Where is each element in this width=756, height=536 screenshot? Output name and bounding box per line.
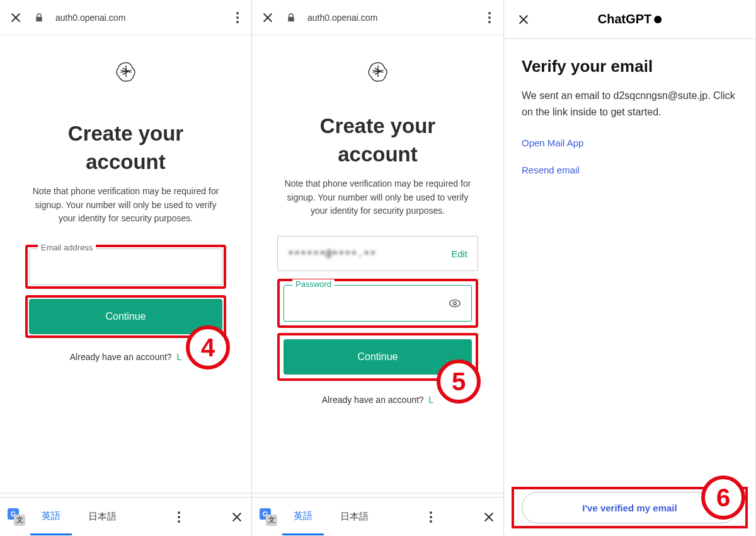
page-title: Create your account bbox=[277, 112, 478, 168]
panel-1-create-account-email: auth0.openai.com Create your account Not… bbox=[0, 0, 252, 536]
page-note: Note that phone verification may be requ… bbox=[277, 177, 478, 218]
login-link[interactable]: L bbox=[428, 395, 433, 405]
continue-button[interactable]: Continue bbox=[29, 299, 222, 334]
google-translate-icon: G文 bbox=[8, 508, 25, 526]
callout-password-highlight: Password bbox=[277, 279, 478, 328]
step-badge-5: 5 bbox=[437, 359, 481, 404]
email-masked-value: ••••••@••••.•• bbox=[288, 248, 376, 259]
browser-menu-button[interactable] bbox=[484, 8, 495, 27]
browser-address-bar: auth0.openai.com bbox=[0, 0, 251, 35]
translate-menu-button[interactable] bbox=[174, 508, 184, 527]
browser-address-bar: auth0.openai.com bbox=[252, 0, 503, 35]
show-password-icon[interactable] bbox=[448, 296, 462, 310]
step-badge-4: 4 bbox=[186, 325, 230, 370]
lang-tab-japanese[interactable]: 日本語 bbox=[77, 499, 128, 534]
brand-title: ChatGPT bbox=[598, 12, 662, 26]
lock-icon bbox=[286, 13, 296, 23]
password-label: Password bbox=[292, 279, 335, 289]
openai-logo bbox=[252, 61, 503, 82]
app-header: ChatGPT bbox=[504, 0, 755, 39]
page-content: Create your account Note that phone veri… bbox=[252, 82, 503, 405]
page-content: Verify your email We sent an email to d2… bbox=[504, 39, 755, 175]
svg-point-7 bbox=[454, 302, 457, 305]
page-title: Create your account bbox=[25, 120, 226, 176]
svg-point-6 bbox=[450, 300, 461, 307]
url-text: auth0.openai.com bbox=[55, 13, 221, 23]
lang-tab-japanese[interactable]: 日本語 bbox=[329, 499, 380, 534]
translate-bar: G文 英語 日本語 bbox=[0, 497, 251, 536]
panel-3-verify-email: ChatGPT Verify your email We sent an ema… bbox=[504, 0, 756, 536]
lang-tab-english[interactable]: 英語 bbox=[30, 499, 72, 535]
divider bbox=[0, 492, 251, 494]
page-content: Create your account Note that phone veri… bbox=[0, 82, 251, 362]
email-input[interactable] bbox=[29, 248, 222, 285]
verify-title: Verify your email bbox=[522, 57, 738, 76]
divider bbox=[252, 492, 503, 494]
url-text: auth0.openai.com bbox=[307, 13, 473, 23]
step-badge-6: 6 bbox=[701, 475, 745, 520]
translate-close-icon[interactable] bbox=[230, 510, 244, 524]
login-link[interactable]: L bbox=[176, 352, 181, 362]
callout-email-highlight: Email address bbox=[25, 245, 226, 289]
brand-dot-icon bbox=[654, 16, 662, 23]
panel-2-create-account-password: auth0.openai.com Create your account Not… bbox=[252, 0, 504, 536]
lock-icon bbox=[34, 13, 44, 23]
verify-body-text: We sent an email to d2sqcnngsn@sute.jp. … bbox=[522, 88, 738, 120]
google-translate-icon: G文 bbox=[260, 508, 277, 526]
close-icon[interactable] bbox=[9, 11, 23, 25]
resend-email-link[interactable]: Resend email bbox=[522, 165, 738, 175]
browser-menu-button[interactable] bbox=[232, 8, 243, 27]
password-input[interactable] bbox=[284, 285, 472, 322]
openai-logo bbox=[0, 61, 251, 82]
lang-tab-english[interactable]: 英語 bbox=[282, 499, 324, 535]
translate-close-icon[interactable] bbox=[482, 510, 496, 524]
page-note: Note that phone verification may be requ… bbox=[25, 185, 226, 226]
translate-menu-button[interactable] bbox=[426, 508, 436, 527]
close-icon[interactable] bbox=[261, 11, 275, 25]
edit-email-link[interactable]: Edit bbox=[451, 248, 467, 259]
email-label: Email address bbox=[38, 243, 96, 252]
email-display: ••••••@••••.•• Edit bbox=[277, 236, 478, 271]
translate-bar: G文 英語 日本語 bbox=[252, 497, 503, 536]
close-icon[interactable] bbox=[517, 13, 530, 26]
open-mail-app-link[interactable]: Open Mail App bbox=[522, 137, 738, 148]
